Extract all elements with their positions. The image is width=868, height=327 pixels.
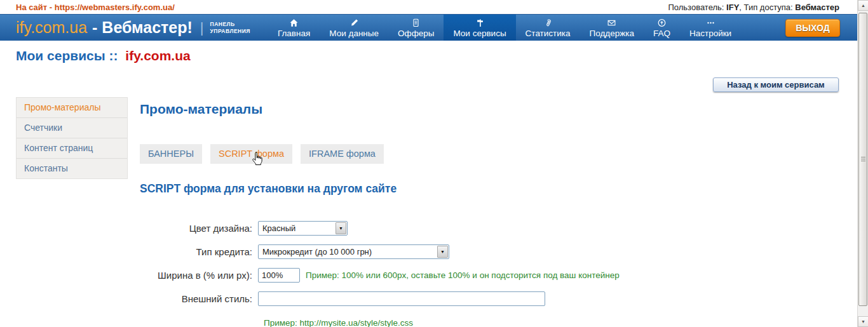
hand-cursor [250, 151, 265, 170]
panel-label-line2: УПРАВЛЕНИЯ [210, 28, 250, 35]
external-style-hint: Пример: http://mysite.ua/style/style.css [264, 318, 413, 327]
nav-item-statistics[interactable]: Статистика [516, 15, 580, 41]
ellipsis-icon [706, 18, 715, 27]
page-title: Промо-материалы [140, 102, 775, 117]
nav-item-my-services[interactable]: Мои сервисы [444, 15, 515, 41]
signpost-icon [475, 18, 485, 27]
chevron-down-icon: ▼ [336, 222, 346, 234]
user-name: IFY [726, 3, 739, 12]
logo-domain: ify.com.ua [16, 18, 87, 37]
breadcrumb-site: ify.com.ua [125, 48, 190, 63]
design-color-value: Красный [262, 224, 295, 233]
design-color-label: Цвет дизайна: [140, 223, 258, 234]
nav-item-label: FAQ [653, 29, 670, 38]
access-type: Вебмастер [795, 3, 839, 12]
external-style-hint-row: Пример: http://mysite.ua/style/style.css [264, 317, 775, 327]
sidebar-item-page-content[interactable]: Контент страниц [17, 138, 127, 159]
script-form: Цвет дизайна: Красный ▼ Тип кредита: Мик… [140, 221, 775, 327]
form-row-width: Ширина в (% или px): Пример: 100% или 60… [140, 268, 775, 283]
nav-item-label: Поддержка [590, 29, 634, 38]
top-bar: На сайт - https://webmasters.ify.com.ua/… [0, 0, 857, 14]
nav-item-home[interactable]: Главная [268, 15, 320, 41]
logout-button[interactable]: ВЫХОД [785, 19, 840, 37]
nav-item-support[interactable]: Поддержка [580, 15, 644, 41]
sidebar-item-counters[interactable]: Счетчики [17, 118, 127, 138]
sidebar-item-constants[interactable]: Константы [17, 159, 127, 178]
document-icon [411, 18, 421, 27]
vertical-scrollbar: ▲ ▼ [857, 0, 868, 327]
main-nav: ify.com.ua - Вебмастер! | ПАНЕЛЬ УПРАВЛЕ… [0, 14, 857, 41]
logo-divider: | [200, 20, 204, 36]
form-row-external-style: Внешний стиль: [140, 291, 775, 306]
scrollbar-down-arrow[interactable]: ▼ [858, 316, 868, 327]
breadcrumb-section: Мои сервисы :: [16, 48, 118, 63]
nav-item-label: Мои данные [329, 29, 379, 38]
width-input[interactable] [258, 268, 300, 283]
arrow-up-circle-icon [657, 18, 667, 27]
nav-item-label: Главная [278, 29, 310, 38]
external-style-label: Внешний стиль: [140, 293, 258, 304]
logo: ify.com.ua - Вебмастер! | ПАНЕЛЬ УПРАВЛЕ… [0, 18, 250, 37]
home-icon [289, 18, 299, 27]
tab-iframe-form[interactable]: IFRAME форма [301, 144, 384, 164]
scrollbar-thumb[interactable] [858, 13, 867, 306]
width-hint: Пример: 100% или 600px, оставьте 100% и … [306, 270, 620, 280]
external-style-input[interactable] [258, 291, 545, 306]
site-link[interactable]: На сайт - https://webmasters.ify.com.ua/ [16, 3, 175, 12]
nav-item-label: Настройки [689, 29, 731, 38]
chevron-down-icon: ▼ [437, 246, 448, 258]
promo-tabs: БАННЕРЫ SCRIPT форма IFRAME форма [140, 144, 775, 164]
design-color-select[interactable]: Красный ▼ [258, 221, 348, 236]
user-label: Пользователь: [668, 3, 724, 12]
credit-type-select[interactable]: Микрокредит (до 10 000 грн) ▼ [258, 244, 449, 259]
form-row-design-color: Цвет дизайна: Красный ▼ [140, 221, 775, 236]
breadcrumb: Мои сервисы :: ify.com.ua [16, 48, 191, 63]
access-label: , Тип доступа: [739, 3, 792, 12]
nav-item-offers[interactable]: Офферы [388, 15, 444, 41]
nav-item-settings[interactable]: Настройки [680, 15, 741, 41]
back-button[interactable]: Назад к моим сервисам [713, 77, 839, 92]
scrollbar-grip [861, 157, 865, 163]
panel-label-line1: ПАНЕЛЬ [210, 21, 250, 28]
credit-type-label: Тип кредита: [140, 246, 258, 257]
form-row-credit-type: Тип кредита: Микрокредит (до 10 000 грн)… [140, 244, 775, 259]
main-content: Промо-материалы БАННЕРЫ SCRIPT форма IFR… [140, 102, 775, 327]
width-label: Ширина в (% или px): [140, 270, 258, 281]
pencil-icon [349, 18, 359, 27]
logo-suffix: - Вебмастер! [92, 18, 193, 37]
sidebar-item-promo-materials[interactable]: Промо-материалы [17, 98, 127, 118]
nav-item-label: Мои сервисы [453, 29, 506, 38]
nav-item-faq[interactable]: FAQ [644, 15, 680, 41]
panel-label: ПАНЕЛЬ УПРАВЛЕНИЯ [210, 21, 250, 34]
scrollbar-up-arrow[interactable]: ▲ [858, 0, 868, 11]
section-title: SCRIPT форма для установки на другом сай… [140, 182, 775, 196]
sidebar: Промо-материалы Счетчики Контент страниц… [16, 97, 128, 179]
credit-type-value: Микрокредит (до 10 000 грн) [262, 247, 372, 257]
envelope-icon [607, 18, 616, 27]
tab-banners[interactable]: БАННЕРЫ [140, 144, 202, 164]
user-info: Пользователь: IFY, Тип доступа: Вебмасте… [668, 3, 839, 12]
paperclip-icon [543, 18, 553, 27]
nav-item-label: Статистика [526, 29, 571, 38]
nav-item-label: Офферы [398, 29, 434, 38]
nav-item-my-data[interactable]: Мои данные [320, 15, 388, 41]
nav-items: Главная Мои данные Офферы Мои сервисы Ст… [268, 15, 741, 41]
page: { "top_bar": { "site_link": "На сайт - h… [0, 0, 868, 327]
